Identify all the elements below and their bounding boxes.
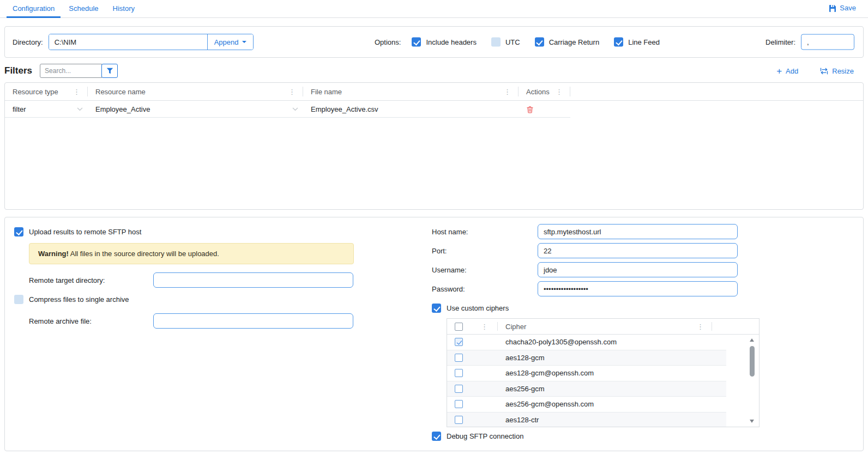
trash-icon <box>526 106 534 113</box>
directory-label: Directory: <box>13 38 43 46</box>
host-label: Host name: <box>432 228 538 236</box>
cipher-checkbox[interactable] <box>455 369 463 377</box>
filter-funnel-button[interactable] <box>101 64 118 78</box>
tab-history[interactable]: History <box>106 0 142 17</box>
directory-input[interactable] <box>49 34 207 50</box>
cipher-row: aes256-gcm <box>447 381 726 397</box>
actions-cell <box>519 101 570 118</box>
file-name-value: Employee_Active.csv <box>311 105 378 113</box>
directory-group: Directory: Append <box>13 34 254 50</box>
resource-name-cell[interactable]: Employee_Active <box>88 101 303 118</box>
cipher-name: aes256-gcm <box>505 385 545 393</box>
remote-target-label: Remote target directory: <box>29 276 153 284</box>
header-divider <box>712 322 712 331</box>
host-row: Host name: <box>432 224 776 239</box>
delete-row-button[interactable] <box>526 106 534 113</box>
include-headers-checkbox[interactable] <box>412 38 421 47</box>
warning-text: All files in the source directory will b… <box>70 250 219 258</box>
cipher-column-label: Cipher <box>505 323 526 331</box>
cipher-row: chacha20-poly1305@openssh.com <box>447 335 726 350</box>
column-menu-icon[interactable] <box>697 323 704 330</box>
utc-checkbox[interactable] <box>491 38 501 47</box>
scrollbar-thumb[interactable] <box>750 346 755 377</box>
cipher-table-header: Cipher <box>447 319 759 335</box>
header-spacer <box>570 83 863 100</box>
tab-schedule[interactable]: Schedule <box>62 0 105 17</box>
scroll-down-icon[interactable] <box>750 420 754 423</box>
select-all-checkbox[interactable] <box>455 323 463 331</box>
password-input[interactable] <box>538 281 738 296</box>
options-label: Options: <box>375 38 401 46</box>
line-feed-checkbox[interactable] <box>614 38 623 47</box>
cipher-scrollbar[interactable] <box>748 337 756 424</box>
column-menu-icon[interactable] <box>556 88 563 95</box>
cipher-row: aes256-gcm@openssh.com <box>447 397 726 413</box>
cipher-checkbox[interactable] <box>455 385 463 393</box>
cipher-name: aes128-gcm@openssh.com <box>505 369 594 377</box>
use-custom-ciphers-checkbox[interactable] <box>432 304 441 313</box>
save-label: Save <box>840 4 856 12</box>
column-header-actions[interactable]: Actions <box>519 83 570 100</box>
resize-button[interactable]: Resize <box>817 66 857 76</box>
delimiter-input[interactable] <box>801 34 854 50</box>
password-row: Password: <box>432 281 776 296</box>
scroll-up-icon[interactable] <box>750 338 754 342</box>
column-header-resource-type[interactable]: Resource type <box>5 83 88 100</box>
cipher-name: aes128-gcm <box>505 354 545 362</box>
file-name-cell: Employee_Active.csv <box>303 101 519 118</box>
cipher-checkbox[interactable] <box>455 400 463 408</box>
cipher-name: chacha20-poly1305@openssh.com <box>505 338 617 346</box>
include-headers-label: Include headers <box>426 38 477 46</box>
remote-archive-input[interactable] <box>153 313 353 329</box>
utc-label: UTC <box>505 38 520 46</box>
column-menu-icon[interactable] <box>73 88 80 95</box>
search-input[interactable] <box>40 64 102 78</box>
resize-label: Resize <box>832 67 854 75</box>
cipher-checkbox[interactable] <box>455 354 463 362</box>
port-input[interactable] <box>538 243 738 258</box>
compress-checkbox[interactable] <box>14 295 23 304</box>
filters-bar: Filters Add Resize <box>4 61 864 81</box>
column-menu-icon[interactable] <box>504 88 511 95</box>
option-utc: UTC <box>491 38 520 47</box>
resource-type-cell[interactable]: filter <box>5 101 88 118</box>
option-include-headers: Include headers <box>412 38 477 47</box>
upload-sftp-checkbox[interactable] <box>14 227 23 236</box>
carriage-return-checkbox[interactable] <box>535 38 544 47</box>
debug-sftp-checkbox[interactable] <box>432 432 441 441</box>
remote-target-input[interactable] <box>153 272 353 288</box>
column-header-resource-name[interactable]: Resource name <box>88 83 303 100</box>
remote-target-row: Remote target directory: <box>29 272 370 288</box>
carriage-return-label: Carriage Return <box>549 38 600 46</box>
append-label: Append <box>214 38 239 46</box>
directory-input-group: Append <box>49 34 254 50</box>
chevron-down-icon <box>242 41 246 43</box>
host-input[interactable] <box>538 224 738 239</box>
column-menu-icon[interactable] <box>481 323 488 330</box>
column-menu-icon[interactable] <box>288 88 296 95</box>
resize-arrows-icon <box>820 68 828 75</box>
plus-icon <box>776 66 782 76</box>
cipher-name: aes128-ctr <box>505 416 539 424</box>
save-icon <box>829 4 836 12</box>
column-label: Actions <box>526 88 550 96</box>
tab-configuration[interactable]: Configuration <box>5 0 62 17</box>
save-button[interactable]: Save <box>825 3 859 13</box>
add-label: Add <box>786 67 798 75</box>
append-dropdown-button[interactable]: Append <box>207 34 254 50</box>
tabs: Configuration Schedule History <box>0 0 868 17</box>
add-button[interactable]: Add <box>773 66 801 76</box>
cipher-checkbox[interactable] <box>455 338 463 346</box>
sftp-right-column: Host name: Port: Username: Password: Use… <box>427 224 776 441</box>
column-label: File name <box>311 88 342 96</box>
funnel-icon <box>106 68 113 74</box>
chevron-down-icon[interactable] <box>77 107 83 111</box>
chevron-down-icon[interactable] <box>292 107 298 111</box>
remote-archive-row: Remote archive file: <box>29 313 370 329</box>
username-input[interactable] <box>538 262 738 277</box>
cipher-row: aes128-gcm <box>447 350 726 366</box>
delimiter-label: Delimiter: <box>765 38 795 46</box>
cipher-checkbox[interactable] <box>455 416 463 424</box>
filters-table-header: Resource type Resource name File name Ac… <box>5 83 863 101</box>
column-header-file-name[interactable]: File name <box>303 83 519 100</box>
